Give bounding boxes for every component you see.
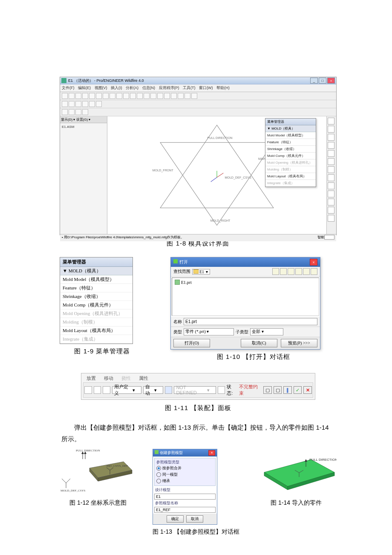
nav-icon[interactable] xyxy=(280,268,287,275)
menu-file[interactable]: 文件(F) xyxy=(62,86,75,90)
tool-icon[interactable] xyxy=(130,93,136,99)
nav-icon[interactable] xyxy=(288,268,294,275)
menu-manager-panel[interactable]: 菜单管理器 ▼ MOLD（模具） Mold Model（模具模型） Featur… xyxy=(60,257,133,344)
tool-icon[interactable] xyxy=(171,93,177,99)
menu-item[interactable]: Feature（特征） xyxy=(60,284,133,292)
asm-icon[interactable] xyxy=(84,386,92,394)
viewport[interactable]: PULL DIRECTION MOLD_FRONT MAIN_PARTING_P… xyxy=(107,116,326,234)
tool-icon[interactable] xyxy=(157,93,163,99)
tool-icon[interactable] xyxy=(89,101,95,107)
tool-icon[interactable] xyxy=(328,142,334,149)
tool-icon[interactable] xyxy=(328,191,334,197)
tool-icon[interactable] xyxy=(69,109,75,115)
tool-icon[interactable] xyxy=(62,109,68,115)
menu-item[interactable]: Mold Model（模具模型） xyxy=(265,132,316,139)
tool-icon[interactable] xyxy=(75,109,81,115)
tool-icon[interactable] xyxy=(116,93,122,99)
radio-same[interactable]: 同一模型 xyxy=(156,471,213,478)
menu-tools[interactable]: 工具(T) xyxy=(183,86,196,90)
tool-icon[interactable] xyxy=(96,93,102,99)
ok-button[interactable]: ✓ xyxy=(294,386,302,394)
tool-icon[interactable] xyxy=(164,93,170,99)
menu-manager-section[interactable]: ▼ MOLD（模具） xyxy=(265,125,316,132)
tool-icon[interactable] xyxy=(328,134,334,141)
status-filter-dropdown[interactable] xyxy=(324,235,334,240)
tool-icon[interactable] xyxy=(328,158,334,165)
tool-icon[interactable] xyxy=(89,93,95,99)
flip-icon[interactable] xyxy=(218,386,225,394)
toolbar-2[interactable] xyxy=(60,100,336,108)
nav-icon[interactable] xyxy=(295,268,302,275)
tool-icon[interactable] xyxy=(69,93,75,99)
asm-icon[interactable] xyxy=(165,386,173,394)
subtype-dropdown[interactable]: 全部 ▾ xyxy=(250,328,283,335)
tool-icon[interactable] xyxy=(184,93,190,99)
menu-insert[interactable]: 插入(I) xyxy=(111,86,122,90)
name-input[interactable] xyxy=(184,318,317,325)
tool-icon[interactable] xyxy=(328,215,334,222)
type-dropdown[interactable]: 零件 (*.prt) ▾ xyxy=(184,328,234,335)
tool-icon[interactable] xyxy=(328,174,334,181)
tool-icon[interactable] xyxy=(137,93,143,99)
file-item[interactable]: E1.prt xyxy=(181,280,192,285)
ok-button[interactable]: 确定 xyxy=(167,515,184,523)
asm-icon[interactable]: ▢ xyxy=(263,386,272,394)
menu-item[interactable]: Mold Comp（模具元件） xyxy=(60,301,133,309)
model-tree-root[interactable]: E1.ASM xyxy=(60,123,107,130)
nav-icon[interactable] xyxy=(272,268,279,275)
menubar[interactable]: 文件(F) 编辑(E) 视图(V) 插入(I) 分析(A) 信息(N) 应用程序… xyxy=(60,84,336,92)
maximize-button[interactable]: □ xyxy=(319,78,326,84)
cancel-button[interactable]: 取消 xyxy=(186,515,203,523)
tool-icon[interactable] xyxy=(123,93,129,99)
open-button[interactable]: 打开(O) xyxy=(173,339,210,347)
tool-icon[interactable] xyxy=(103,93,109,99)
tool-icon[interactable] xyxy=(62,93,68,99)
menu-manager-section[interactable]: ▼ MOLD（模具） xyxy=(60,267,133,275)
constraint-auto-dropdown[interactable]: 自动 ▾ xyxy=(143,386,163,394)
menu-item[interactable]: Shrinkage（收缩） xyxy=(265,146,316,153)
lookin-dropdown[interactable]: E1 ▾ xyxy=(192,269,210,275)
constraint-set-dropdown[interactable]: 用户定义 ▾ xyxy=(112,386,141,394)
design-model-field[interactable]: E1 xyxy=(154,494,216,500)
tool-icon[interactable] xyxy=(328,126,334,133)
tool-icon[interactable] xyxy=(75,93,81,99)
tool-icon[interactable] xyxy=(328,150,334,157)
nav-icon[interactable] xyxy=(311,268,317,275)
offset-dropdown[interactable]: NOT DEFINED ▾ xyxy=(174,386,216,394)
ref-model-name-field[interactable]: E1_REF xyxy=(154,507,216,513)
tool-icon[interactable] xyxy=(96,101,102,107)
tool-icon[interactable] xyxy=(178,93,184,99)
tool-icon[interactable] xyxy=(328,166,334,173)
tool-icon[interactable] xyxy=(82,101,88,107)
menu-window[interactable]: 窗口(W) xyxy=(199,86,213,90)
toolbar-3[interactable] xyxy=(60,108,336,116)
menu-help[interactable]: 帮助(H) xyxy=(216,86,230,90)
toolbar-1[interactable] xyxy=(60,92,336,100)
cancel-button[interactable]: ✕ xyxy=(303,386,312,394)
close-icon[interactable]: × xyxy=(310,259,317,266)
cancel-button[interactable]: 取消(C) xyxy=(241,339,277,347)
tab-props[interactable]: 属性 xyxy=(135,374,152,382)
radio-merge[interactable]: 按参照合并 xyxy=(156,465,213,471)
tool-icon[interactable] xyxy=(75,101,81,107)
file-list[interactable]: E1.prt xyxy=(172,278,319,316)
tool-icon[interactable] xyxy=(328,207,334,214)
preview-button[interactable]: 预览(P) >>> xyxy=(281,339,317,347)
radio-inherit[interactable]: 继承 xyxy=(156,478,213,484)
tab-placement[interactable]: 放置 xyxy=(83,374,99,382)
tool-icon[interactable] xyxy=(144,93,150,99)
nav-icon[interactable] xyxy=(303,268,310,275)
menu-manager-floating[interactable]: 菜单管理器 ▼ MOLD（模具） Mold Model（模具模型） Featur… xyxy=(265,118,316,187)
tool-icon[interactable] xyxy=(82,109,88,115)
menu-item[interactable]: Shrinkage（收缩） xyxy=(60,292,133,301)
menu-analysis[interactable]: 分析(A) xyxy=(126,86,138,90)
menu-info[interactable]: 信息(N) xyxy=(142,86,156,90)
tool-icon[interactable] xyxy=(82,93,88,99)
tool-icon[interactable] xyxy=(69,101,75,107)
asm-icon[interactable] xyxy=(94,386,101,394)
close-icon[interactable]: × xyxy=(208,450,215,456)
tool-icon[interactable] xyxy=(328,182,334,189)
menu-app[interactable]: 应用程序(P) xyxy=(159,86,179,90)
asm-icon[interactable]: ▢ xyxy=(274,386,282,394)
right-toolbar[interactable] xyxy=(326,116,336,234)
